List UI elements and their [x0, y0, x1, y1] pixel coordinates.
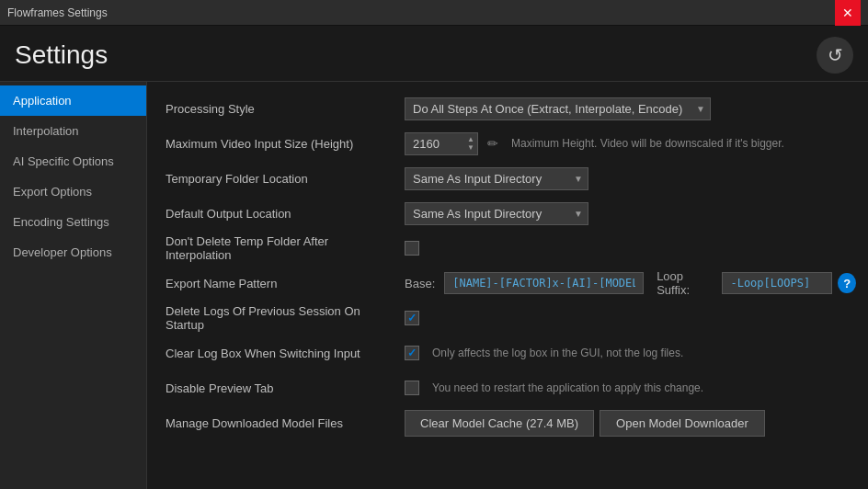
height-up-arrow[interactable]: ▲ — [465, 136, 476, 143]
clear-log-box-hint: Only affects the log box in the GUI, not… — [432, 347, 683, 359]
close-button[interactable]: ✕ — [835, 0, 861, 26]
temp-folder-row: Temporary Folder Location Same As Input … — [166, 163, 850, 194]
temp-folder-label: Temporary Folder Location — [166, 172, 405, 186]
dont-delete-temp-checkbox[interactable] — [405, 241, 419, 256]
export-name-pattern-label: Export Name Pattern — [166, 277, 405, 290]
max-video-input-size-row: Maximum Video Input Size (Height) ▲ ▼ ✏ … — [166, 128, 850, 159]
disable-preview-tab-control: You need to restart the application to a… — [405, 381, 850, 395]
open-model-downloader-button[interactable]: Open Model Downloader — [600, 410, 765, 437]
clear-log-box-checkbox[interactable] — [405, 346, 419, 360]
sidebar-item-encoding-settings[interactable]: Encoding Settings — [0, 207, 146, 237]
processing-style-dropdown[interactable]: Do All Steps At Once (Extract, Interpola… — [405, 97, 711, 120]
max-video-input-size-label: Maximum Video Input Size (Height) — [166, 137, 405, 151]
max-video-hint: Maximum Height. Video will be downscaled… — [511, 137, 784, 150]
clear-model-cache-button[interactable]: Clear Model Cache (27.4 MB) — [405, 410, 594, 437]
processing-style-row: Processing Style Do All Steps At Once (E… — [166, 93, 850, 124]
processing-style-label: Processing Style — [166, 102, 405, 116]
processing-style-dropdown-wrapper: Do All Steps At Once (Extract, Interpola… — [405, 97, 711, 120]
delete-logs-control — [405, 311, 850, 325]
manage-models-label: Manage Downloaded Model Files — [166, 416, 405, 430]
export-name-pattern-row: Export Name Pattern Base: Loop Suffix: ? — [166, 267, 850, 299]
manage-models-row: Manage Downloaded Model Files Clear Mode… — [166, 407, 850, 438]
pencil-icon[interactable]: ✏ — [487, 136, 498, 151]
titlebar: Flowframes Settings ✕ — [0, 0, 868, 26]
height-input-wrapper: ▲ ▼ — [405, 132, 478, 155]
settings-panel: Processing Style Do All Steps At Once (E… — [147, 82, 868, 489]
manage-models-control: Clear Model Cache (27.4 MB) Open Model D… — [405, 410, 850, 437]
sidebar-item-export-options[interactable]: Export Options — [0, 176, 146, 207]
header: Settings ↺ — [0, 26, 868, 82]
help-button[interactable]: ? — [838, 273, 856, 293]
default-output-label: Default Output Location — [166, 207, 405, 221]
clear-log-box-row: Clear Log Box When Switching Input Only … — [166, 337, 850, 369]
height-input-arrows: ▲ ▼ — [465, 132, 476, 155]
loop-suffix-input[interactable] — [722, 272, 832, 294]
default-output-control: Same As Input Directory Custom — [405, 202, 850, 225]
sidebar-item-interpolation[interactable]: Interpolation — [0, 116, 146, 146]
sidebar-item-developer-options[interactable]: Developer Options — [0, 237, 146, 267]
dont-delete-temp-label: Don't Delete Temp Folder After Interpola… — [166, 234, 405, 262]
loop-suffix-label: Loop Suffix: — [657, 269, 713, 297]
delete-logs-label: Delete Logs Of Previous Session On Start… — [166, 304, 405, 332]
clear-log-box-control: Only affects the log box in the GUI, not… — [405, 346, 850, 360]
default-output-dropdown-wrapper: Same As Input Directory Custom — [405, 202, 588, 225]
default-output-row: Default Output Location Same As Input Di… — [166, 198, 850, 229]
content-area: Application Interpolation AI Specific Op… — [0, 82, 868, 489]
processing-style-control: Do All Steps At Once (Extract, Interpola… — [405, 97, 850, 120]
temp-folder-dropdown-wrapper: Same As Input Directory Custom — [405, 167, 588, 190]
export-name-pattern-control: Base: Loop Suffix: ? — [405, 269, 856, 297]
base-label: Base: — [405, 277, 435, 290]
sidebar: Application Interpolation AI Specific Op… — [0, 82, 147, 489]
dont-delete-temp-control — [405, 241, 850, 256]
clear-log-box-label: Clear Log Box When Switching Input — [166, 347, 405, 360]
page-title: Settings — [15, 40, 108, 70]
sidebar-item-ai-specific-options[interactable]: AI Specific Options — [0, 146, 146, 176]
disable-preview-tab-row: Disable Preview Tab You need to restart … — [166, 372, 850, 404]
delete-logs-checkbox[interactable] — [405, 311, 419, 325]
default-output-dropdown[interactable]: Same As Input Directory Custom — [405, 202, 588, 225]
disable-preview-tab-label: Disable Preview Tab — [166, 381, 405, 395]
main-container: Settings ↺ Application Interpolation AI … — [0, 26, 868, 489]
delete-logs-row: Delete Logs Of Previous Session On Start… — [166, 302, 850, 334]
titlebar-title: Flowframes Settings — [7, 6, 108, 19]
temp-folder-control: Same As Input Directory Custom — [405, 167, 850, 190]
disable-preview-tab-hint: You need to restart the application to a… — [432, 381, 703, 394]
disable-preview-tab-checkbox[interactable] — [405, 381, 419, 395]
max-video-input-size-control: ▲ ▼ ✏ Maximum Height. Video will be down… — [405, 132, 850, 155]
reset-button[interactable]: ↺ — [817, 37, 853, 74]
temp-folder-dropdown[interactable]: Same As Input Directory Custom — [405, 167, 588, 190]
height-down-arrow[interactable]: ▼ — [465, 144, 476, 152]
export-base-input[interactable] — [444, 272, 644, 294]
dont-delete-temp-row: Don't Delete Temp Folder After Interpola… — [166, 233, 850, 264]
sidebar-item-application[interactable]: Application — [0, 85, 146, 116]
